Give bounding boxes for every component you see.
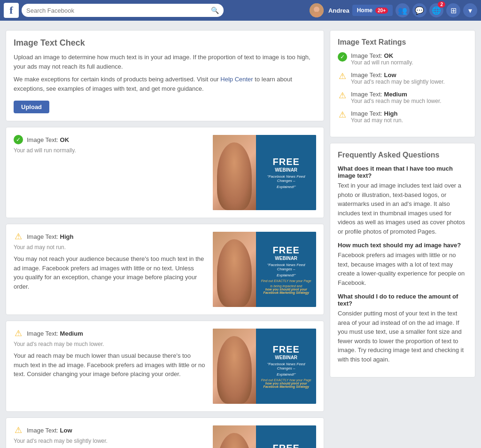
ad-photo-low [213,425,256,448]
home-button[interactable]: Home 20+ [352,5,393,16]
sub-text-medium: Your ad's reach may be much lower. [14,341,205,347]
rating-row-low: Image Text: Low Your ad's reach may be s… [338,71,467,85]
faq-item-1: What does it mean that I have too much i… [338,165,467,236]
page-title: Image Text Check [14,38,316,48]
r-sub-high: Your ad may not run. [351,117,403,124]
ad-pivot-m1: how you should pivot your [265,382,307,385]
ad-pivot1: how you should pivot your [265,288,307,291]
sub-text-ok: Your ad will run normally. [14,147,205,154]
result-card-low: Image Text: Low Your ad's reach may be s… [6,417,324,448]
r-sub-medium: Your ad's reach may be much lower. [351,98,442,104]
ad-free-text: FREE [273,157,300,167]
ratings-title: Image Text Ratings [338,38,467,47]
messages-icon-button[interactable]: 💬 [412,3,427,17]
ad-title-line1: "Facebook News Feed Changes – [260,174,312,183]
menu-icon-button[interactable]: ⊞ [446,3,460,17]
ok-icon-panel: ✓ [338,52,347,62]
ad-webinar-text: WEBINAR [275,167,297,173]
r-prefix: Image Text: [351,110,384,117]
home-badge: 20+ [375,8,388,14]
warn-icon-high [14,232,23,241]
warn-icon-panel-low [338,71,347,81]
friends-icon: 👥 [398,6,407,15]
label-prefix: Image Text: [27,427,60,434]
ad-title-m1: "Facebook News Feed Changes – [260,362,312,370]
rating-row-text-low: Image Text: Low Your ad's reach may be s… [351,71,445,85]
right-column: Image Text Ratings ✓ Image Text: OK Your… [330,30,475,448]
faq-q-3: What should I do to reduce the amount of… [338,293,467,307]
ad-pivot-m2: Facebook Marketing Strategy [263,385,309,388]
notifications-icon-button[interactable]: 🌐 2 [429,3,443,17]
ad-photo-person-medium [217,336,252,404]
ad-find2: is being impacted and [270,284,302,288]
rating-label-ok: Image Text: OK [27,136,69,143]
sub-text-low: Your ad's reach may be slightly lower. [14,438,205,444]
faq-item-3: What should I do to reduce the amount of… [338,293,467,364]
result-card-medium: Image Text: Medium Your ad's reach may b… [6,321,324,412]
label-prefix: Image Text: [27,233,60,240]
rating-row-high: Image Text: High Your ad may not run. [338,110,467,124]
faq-panel: Frequently Asked Questions What does it … [330,143,475,377]
left-column: Image Text Check Upload an image to dete… [6,30,324,448]
home-label: Home [357,7,372,14]
search-input[interactable] [26,7,211,14]
r-sub-ok: Your ad will run normally. [351,59,413,66]
r-rating: OK [384,52,394,59]
nav-right: Andrea Home 20+ 👥 💬 🌐 2 ⊞ ▾ [310,3,477,17]
r-rating: Medium [384,91,407,98]
ad-pivot2: Facebook Marketing Strategy [263,291,309,294]
result-info-ok: ✓ Image Text: OK Your ad will run normal… [14,135,205,210]
rating-label-medium: Image Text: Medium [27,330,83,337]
ad-find-m1: Find out EXACTLY how your Page [261,378,311,382]
ad-title-h2: Explained!" [277,273,295,277]
ad-photo-person-low [217,433,252,448]
chevron-down-icon: ▾ [468,6,472,15]
ad-image-high: FREE WEBINAR "Facebook News Feed Changes… [213,232,316,307]
ad-image-low: FREE WEBINAR "Facebook News Feed Changes… [213,425,316,448]
faq-q-2: How much text should my ad image have? [338,242,467,249]
page-wrap: Image Text Check Upload an image to dete… [0,24,481,448]
search-icon: 🔍 [211,7,219,14]
chevron-down-icon-button[interactable]: ▾ [463,3,477,17]
ad-free-text-low: FREE [273,443,300,448]
ad-text-area-low: FREE WEBINAR "Facebook News Feed Changes… [256,425,316,448]
desc-high: You may not reach your audience because … [14,254,205,291]
upload-button[interactable]: Upload [14,101,49,113]
ratings-panel: Image Text Ratings ✓ Image Text: OK Your… [330,30,475,137]
label-prefix: Image Text: [27,136,60,143]
ad-webinar-text-medium: WEBINAR [275,355,297,360]
ad-title-m2: Explained!" [277,372,295,377]
label-rating: Low [60,427,72,434]
avatar [310,3,324,17]
r-prefix: Image Text: [351,91,384,98]
rating-row-ok: ✓ Image Text: OK Your ad will run normal… [338,52,467,66]
ad-photo-person [217,142,252,210]
r-prefix: Image Text: [351,52,384,59]
friends-icon-button[interactable]: 👥 [396,3,410,17]
ad-text-area: FREE WEBINAR "Facebook News Feed Changes… [256,135,316,210]
ad-webinar-text-high: WEBINAR [275,256,297,261]
result-info-high: Image Text: High Your ad may not run. Yo… [14,232,205,307]
facebook-logo: f [4,3,19,18]
faq-a-2: Facebook prefers ad images with little o… [338,251,467,287]
ad-title-line2: Explained!" [277,185,295,189]
ad-text-area-medium: FREE WEBINAR "Facebook News Feed Changes… [256,329,316,404]
search-bar[interactable]: 🔍 [22,4,224,17]
r-sub-low: Your ad's reach may be slightly lower. [351,79,445,85]
label-rating: High [60,233,74,240]
ad-title-h1: "Facebook News Feed Changes – [260,263,312,271]
rating-row-text-high: Image Text: High Your ad may not run. [351,110,403,124]
r-label-high: Image Text: High [351,110,403,117]
help-center-link[interactable]: Help Center [220,76,253,83]
ad-photo-person-high [217,239,252,307]
rating-row-medium: Image Text: Medium Your ad's reach may b… [338,91,467,104]
warn-icon-panel-medium [338,91,347,100]
warn-icon-low [14,425,23,435]
rating-label-low: Image Text: Low [27,427,72,434]
user-name: Andrea [328,7,349,14]
faq-q-1: What does it mean that I have too much i… [338,165,467,179]
notifications-badge: 2 [438,1,445,8]
faq-a-1: Text in your ad image includes text laid… [338,181,467,236]
ad-find1: Find out EXACTLY how your Page [261,279,311,283]
rating-label-high: Image Text: High [27,233,73,240]
